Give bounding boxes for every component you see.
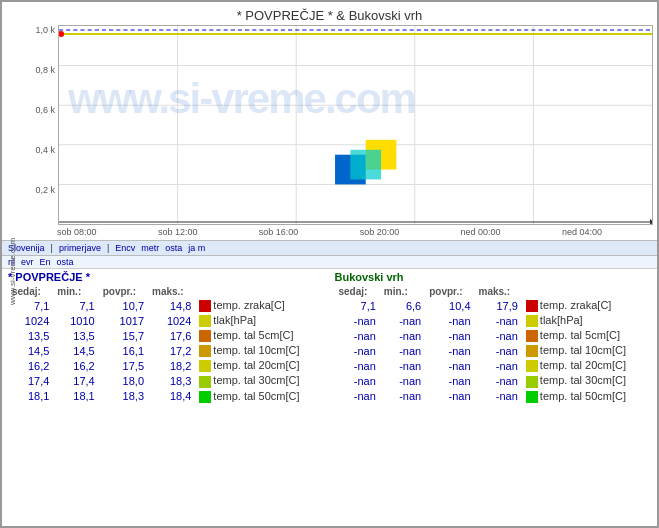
- t1r1-label: tlak[hPa]: [195, 313, 324, 328]
- nav-primerjave[interactable]: primerjave: [59, 243, 101, 253]
- data-tables: * POVPREČJE * sedaj: min.: povpr.: maks.…: [2, 269, 657, 406]
- sub-nav-evr[interactable]: evr: [21, 257, 34, 267]
- sub-nav-bar: ril evr En osta: [2, 256, 657, 269]
- t1r3-colorbox: [199, 345, 211, 357]
- t1r5-text: temp. tal 30cm[C]: [213, 374, 299, 386]
- t1r1-colorbox: [199, 315, 211, 327]
- th-maks2: maks.:: [475, 285, 522, 298]
- t1r6-sedaj: 18,1: [8, 389, 53, 404]
- t2r2-colorbox: [526, 330, 538, 342]
- t2r3-label: temp. tal 10cm[C]: [522, 343, 651, 358]
- t2r3-maks: -nan: [475, 343, 522, 358]
- table2: sedaj: min.: povpr.: maks.: 7,1 6,6 10,4…: [335, 285, 652, 404]
- y-label-4: 0,2 k: [35, 185, 55, 195]
- table-povprecje: * POVPREČJE * sedaj: min.: povpr.: maks.…: [8, 271, 325, 404]
- t1r1-sedaj: 1024: [8, 313, 53, 328]
- t1r2-text: temp. tal 5cm[C]: [213, 329, 293, 341]
- t2r1-label: tlak[hPa]: [522, 313, 651, 328]
- table1-header: sedaj: min.: povpr.: maks.:: [8, 285, 325, 298]
- t2r4-sedaj: -nan: [335, 358, 380, 373]
- table-row: -nan -nan -nan -nan temp. tal 30cm[C]: [335, 373, 652, 388]
- t1r6-povpr: 18,3: [99, 389, 148, 404]
- t2r5-label: temp. tal 30cm[C]: [522, 373, 651, 388]
- nav-osta[interactable]: osta: [165, 243, 182, 253]
- title-povprecje: * POVPREČJE * & Bukovski vrh: [237, 8, 423, 23]
- x-label-5: ned 04:00: [562, 227, 602, 237]
- t2r5-povpr: -nan: [425, 373, 474, 388]
- t1r0-min: 7,1: [53, 298, 98, 313]
- t2r6-min: -nan: [380, 389, 425, 404]
- t2r6-text: temp. tal 50cm[C]: [540, 390, 626, 402]
- t1r6-maks: 18,4: [148, 389, 195, 404]
- t1r6-text: temp. tal 50cm[C]: [213, 390, 299, 402]
- t2r6-label: temp. tal 50cm[C]: [522, 389, 651, 404]
- t1r2-sedaj: 13,5: [8, 328, 53, 343]
- nav-enc[interactable]: Encv: [115, 243, 135, 253]
- table-row: 7,1 6,6 10,4 17,9 temp. zraka[C]: [335, 298, 652, 313]
- t2r6-sedaj: -nan: [335, 389, 380, 404]
- t2r0-label: temp. zraka[C]: [522, 298, 651, 313]
- t2r2-povpr: -nan: [425, 328, 474, 343]
- t2r2-maks: -nan: [475, 328, 522, 343]
- y-label-3: 0,4 k: [35, 145, 55, 155]
- table-row: -nan -nan -nan -nan temp. tal 50cm[C]: [335, 389, 652, 404]
- t2r0-maks: 17,9: [475, 298, 522, 313]
- t2r0-sedaj: 7,1: [335, 298, 380, 313]
- t2r2-sedaj: -nan: [335, 328, 380, 343]
- sub-nav-osta2[interactable]: osta: [57, 257, 74, 267]
- t1r3-min: 14,5: [53, 343, 98, 358]
- x-axis-labels: sob 08:00 sob 12:00 sob 16:00 sob 20:00 …: [57, 227, 602, 237]
- t1r4-maks: 18,2: [148, 358, 195, 373]
- t1r4-povpr: 17,5: [99, 358, 148, 373]
- t1r5-label: temp. tal 30cm[C]: [195, 373, 324, 388]
- t2r5-min: -nan: [380, 373, 425, 388]
- table2-header: sedaj: min.: povpr.: maks.:: [335, 285, 652, 298]
- table-row: 13,5 13,5 15,7 17,6 temp. tal 5cm[C]: [8, 328, 325, 343]
- t2r0-povpr: 10,4: [425, 298, 474, 313]
- x-label-0: sob 08:00: [57, 227, 97, 237]
- t1r1-povpr: 1017: [99, 313, 148, 328]
- table-row: 17,4 17,4 18,0 18,3 temp. tal 30cm[C]: [8, 373, 325, 388]
- t1r4-label: temp. tal 20cm[C]: [195, 358, 324, 373]
- t2r0-colorbox: [526, 300, 538, 312]
- t2r3-sedaj: -nan: [335, 343, 380, 358]
- t1r3-sedaj: 14,5: [8, 343, 53, 358]
- t1r2-colorbox: [199, 330, 211, 342]
- table-row: -nan -nan -nan -nan temp. tal 5cm[C]: [335, 328, 652, 343]
- t1r6-label: temp. tal 50cm[C]: [195, 389, 324, 404]
- y-label-1: 0,8 k: [35, 65, 55, 75]
- nav-jam[interactable]: ja m: [188, 243, 205, 253]
- table-row: 16,2 16,2 17,5 18,2 temp. tal 20cm[C]: [8, 358, 325, 373]
- t2r5-text: temp. tal 30cm[C]: [540, 374, 626, 386]
- x-label-4: ned 00:00: [461, 227, 501, 237]
- t1r1-maks: 1024: [148, 313, 195, 328]
- x-label-1: sob 12:00: [158, 227, 198, 237]
- t2r5-colorbox: [526, 376, 538, 388]
- t1r0-colorbox: [199, 300, 211, 312]
- nav-metr[interactable]: metr: [141, 243, 159, 253]
- table-bukovski: Bukovski vrh sedaj: min.: povpr.: maks.:…: [335, 271, 652, 404]
- y-label-2: 0,6 k: [35, 105, 55, 115]
- nav-bar: Slovenija | primerjave | Encv metr osta …: [2, 240, 657, 256]
- t1r2-maks: 17,6: [148, 328, 195, 343]
- t1r2-min: 13,5: [53, 328, 98, 343]
- table-row: 18,1 18,1 18,3 18,4 temp. tal 50cm[C]: [8, 389, 325, 404]
- t1r5-min: 17,4: [53, 373, 98, 388]
- t1r4-min: 16,2: [53, 358, 98, 373]
- table-row: -nan -nan -nan -nan temp. tal 20cm[C]: [335, 358, 652, 373]
- t1r3-label: temp. tal 10cm[C]: [195, 343, 324, 358]
- sub-nav-en[interactable]: En: [40, 257, 51, 267]
- th-maks1: maks.:: [148, 285, 195, 298]
- t1r5-maks: 18,3: [148, 373, 195, 388]
- chart-title: * POVPREČJE * & Bukovski vrh: [2, 2, 657, 25]
- svg-rect-16: [350, 150, 381, 180]
- t2r4-povpr: -nan: [425, 358, 474, 373]
- x-label-2: sob 16:00: [259, 227, 299, 237]
- t2r3-min: -nan: [380, 343, 425, 358]
- t1r4-colorbox: [199, 360, 211, 372]
- table2-title: Bukovski vrh: [335, 271, 652, 283]
- t1r0-maks: 14,8: [148, 298, 195, 313]
- t2r1-min: -nan: [380, 313, 425, 328]
- t2r1-povpr: -nan: [425, 313, 474, 328]
- t1r3-maks: 17,2: [148, 343, 195, 358]
